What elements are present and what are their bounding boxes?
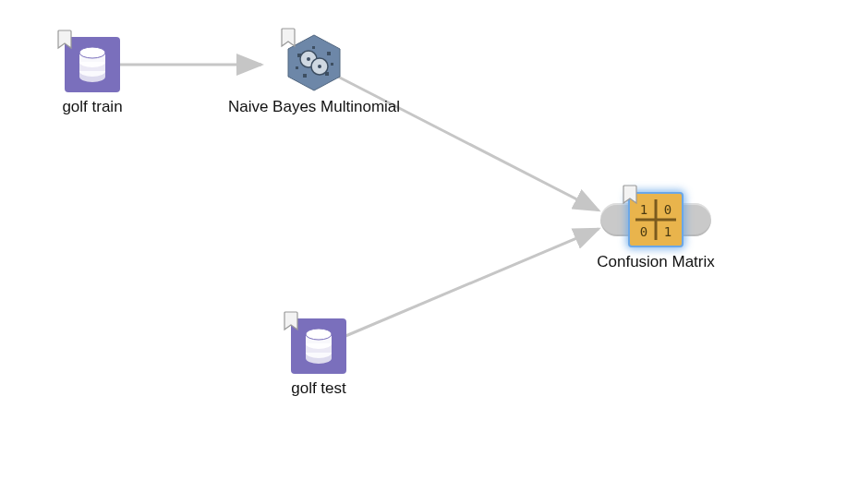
node-confusion-matrix[interactable]: 1 0 0 1 Confusion Matrix	[582, 192, 730, 271]
svg-rect-10	[331, 63, 333, 66]
bookmark-icon	[623, 185, 639, 205]
bookmark-icon	[57, 30, 74, 50]
svg-text:0: 0	[640, 224, 647, 239]
bookmark-icon	[281, 28, 297, 48]
edge	[333, 229, 599, 342]
svg-text:1: 1	[640, 202, 647, 217]
node-golf-train[interactable]: golf train	[42, 37, 143, 116]
svg-text:1: 1	[664, 224, 671, 239]
node-label: golf test	[268, 379, 369, 398]
svg-rect-6	[303, 74, 307, 78]
svg-rect-9	[296, 66, 298, 69]
svg-text:0: 0	[664, 202, 671, 217]
node-label: Confusion Matrix	[582, 253, 730, 271]
svg-point-13	[307, 57, 310, 61]
svg-rect-5	[327, 52, 331, 55]
node-naive-bayes[interactable]: Naive Bayes Multinomial	[222, 33, 406, 116]
workflow-canvas[interactable]: golf train Na	[0, 0, 859, 504]
node-label: golf train	[42, 98, 143, 116]
node-label: Naive Bayes Multinomial	[222, 98, 406, 116]
bookmark-icon	[284, 311, 300, 331]
node-golf-test[interactable]: golf test	[268, 318, 369, 398]
svg-point-14	[318, 65, 321, 68]
svg-rect-8	[312, 46, 315, 49]
